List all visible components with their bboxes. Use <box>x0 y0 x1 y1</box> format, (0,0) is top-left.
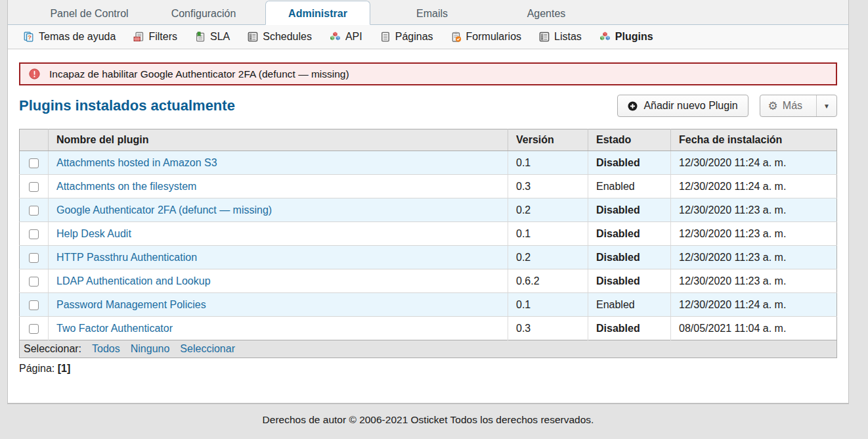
plugin-link[interactable]: LDAP Authentication and Lookup <box>56 275 211 287</box>
plugin-link[interactable]: Help Desk Audit <box>56 228 131 239</box>
toolbar: Añadir nuevo Plugin ⚙ Más ▼ <box>617 95 837 117</box>
subnav-item-plugins[interactable]: Plugins <box>599 31 653 43</box>
select-seleccionar-link[interactable]: Seleccionar <box>180 343 235 355</box>
subnav-label: API <box>345 31 362 43</box>
add-plugin-button[interactable]: Añadir nuevo Plugin <box>617 95 748 117</box>
plugin-link[interactable]: Attachments on the filesystem <box>56 181 196 192</box>
row-checkbox[interactable] <box>29 229 39 239</box>
plugin-status-cell: Enabled <box>588 293 671 317</box>
subnav-item-temas-de-ayuda[interactable]: ?Temas de ayuda <box>24 31 116 43</box>
top-tabs: Panel de ControlConfiguraciónAdministrar… <box>8 0 848 25</box>
subnav-item-formularios[interactable]: Formularios <box>451 31 521 43</box>
plugin-installed-cell: 12/30/2020 11:23 a. m. <box>671 222 837 246</box>
row-checkbox-cell <box>20 246 49 269</box>
plugin-status-cell: Enabled <box>588 175 671 198</box>
tab-label: Emails <box>416 8 448 19</box>
select-todos-link[interactable]: Todos <box>92 343 120 355</box>
tab-emails[interactable]: Emails <box>380 3 485 24</box>
subnav-item-listas[interactable]: Listas <box>539 31 582 43</box>
plugin-status-cell: Disabled <box>588 222 671 246</box>
plugin-name-cell: Attachments on the filesystem <box>49 175 508 198</box>
heading-row: Plugins instalados actualmente Añadir nu… <box>19 94 837 118</box>
plugin-link[interactable]: Attachments hosted in Amazon S3 <box>56 157 217 168</box>
row-checkbox[interactable] <box>29 182 39 192</box>
table-row: Attachments hosted in Amazon S30.1Disabl… <box>20 151 837 175</box>
plugin-version-cell: 0.2 <box>508 246 588 269</box>
pages-icon <box>380 32 391 42</box>
plugin-version-cell: 0.1 <box>508 293 588 317</box>
plugin-link[interactable]: Two Factor Authenticator <box>56 323 173 334</box>
table-row: Attachments on the filesystem0.3Enabled1… <box>20 175 837 198</box>
plugin-name-cell: LDAP Authentication and Lookup <box>49 269 508 293</box>
plugin-name-cell: Attachments hosted in Amazon S3 <box>49 151 508 175</box>
row-checkbox[interactable] <box>29 324 39 334</box>
row-checkbox-cell <box>20 222 49 246</box>
plugins-icon <box>599 32 611 42</box>
more-button[interactable]: ⚙ Más ▼ <box>760 95 837 117</box>
subnav-label: Filters <box>148 31 177 43</box>
subnav-item-sla[interactable]: SLA <box>195 31 230 43</box>
row-checkbox-cell <box>20 151 49 175</box>
tab-configuracion[interactable]: Configuración <box>151 3 256 24</box>
tab-agentes[interactable]: Agentes <box>494 3 599 24</box>
plugin-name-cell: Two Factor Authenticator <box>49 317 508 340</box>
more-dropdown-toggle[interactable]: ▼ <box>816 95 836 116</box>
plugin-version-cell: 0.2 <box>508 198 588 222</box>
chevron-down-icon: ▼ <box>823 103 830 110</box>
plus-circle-icon <box>628 101 638 111</box>
subnav-item-paginas[interactable]: Páginas <box>380 31 433 43</box>
plugin-link[interactable]: HTTP Passthru Authentication <box>56 252 197 263</box>
row-checkbox-cell <box>20 293 49 317</box>
admin-panel: Panel de ControlConfiguraciónAdministrar… <box>7 0 849 404</box>
row-checkbox[interactable] <box>29 206 39 216</box>
tab-panel-de-control[interactable]: Panel de Control <box>37 3 142 24</box>
row-checkbox[interactable] <box>29 158 39 168</box>
plugin-installed-cell: 12/30/2020 11:24 a. m. <box>671 151 837 175</box>
subnav-label: Listas <box>554 31 582 43</box>
subnav-item-api[interactable]: API <box>330 31 362 43</box>
plugin-link[interactable]: Password Management Policies <box>56 299 206 310</box>
row-checkbox[interactable] <box>29 253 39 263</box>
header-version: Versión <box>508 129 588 151</box>
header-status: Estado <box>588 129 671 151</box>
table-row: Help Desk Audit0.1Disabled12/30/2020 11:… <box>20 222 837 246</box>
header-installed: Fecha de instalación <box>671 129 837 151</box>
plugin-status-cell: Disabled <box>588 269 671 293</box>
table-row: Two Factor Authenticator0.3Disabled08/05… <box>20 317 837 340</box>
subnav-label: Schedules <box>263 31 312 43</box>
plugin-version-cell: 0.3 <box>508 317 588 340</box>
tab-administrar[interactable]: Administrar <box>265 1 370 25</box>
pagination-current-page[interactable]: [1] <box>58 363 71 374</box>
plugin-link[interactable]: Google Authenticator 2FA (defunct — miss… <box>56 204 272 216</box>
table-row: Password Management Policies0.1Enabled12… <box>20 293 837 317</box>
filters-icon <box>133 32 144 42</box>
pagination-label: Página: <box>19 363 54 374</box>
subnav-label: Formularios <box>466 31 521 43</box>
table-row: Google Authenticator 2FA (defunct — miss… <box>20 198 837 222</box>
api-icon <box>330 32 341 42</box>
row-checkbox[interactable] <box>29 300 39 310</box>
page-content: Incapaz de habilitar Google Authenticato… <box>8 62 848 375</box>
pagination: Página: [1] <box>19 363 837 375</box>
plugins-table: Nombre del plugin Versión Estado Fecha d… <box>19 129 837 340</box>
admin-subnav: ?Temas de ayudaFiltersSLASchedulesAPIPág… <box>8 25 848 49</box>
plugin-name-cell: Password Management Policies <box>49 293 508 317</box>
subnav-label: Plugins <box>615 31 653 43</box>
plugins-table-body: Attachments hosted in Amazon S30.1Disabl… <box>20 151 837 340</box>
subnav-label: Páginas <box>395 31 433 43</box>
plugin-version-cell: 0.1 <box>508 151 588 175</box>
selection-bar: Seleccionar: TodosNingunoSeleccionar <box>19 340 837 358</box>
subnav-item-schedules[interactable]: Schedules <box>248 31 312 43</box>
row-checkbox[interactable] <box>29 277 39 287</box>
plugin-version-cell: 0.1 <box>508 222 588 246</box>
more-button-main[interactable]: ⚙ Más <box>760 95 810 116</box>
error-banner: Incapaz de habilitar Google Authenticato… <box>19 62 837 85</box>
add-plugin-label: Añadir nuevo Plugin <box>643 100 737 112</box>
select-ninguno-link[interactable]: Ninguno <box>131 343 170 355</box>
row-checkbox-cell <box>20 269 49 293</box>
header-checkbox-column <box>20 129 49 151</box>
plugin-status-cell: Disabled <box>588 198 671 222</box>
plugin-version-cell: 0.6.2 <box>508 269 588 293</box>
lists-icon <box>539 32 550 42</box>
subnav-item-filters[interactable]: Filters <box>133 31 177 43</box>
